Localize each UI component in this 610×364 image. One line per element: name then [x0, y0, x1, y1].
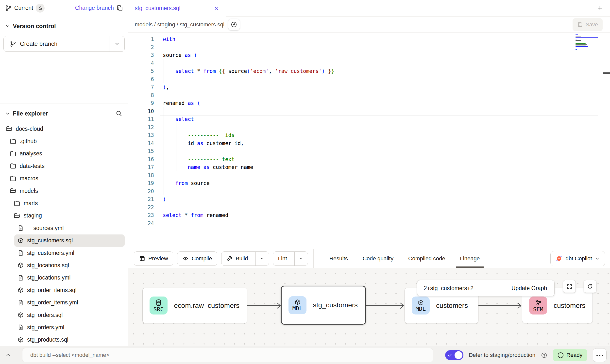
file-tree-item-stg-order-items-sql[interactable]: stg_order_items.sql	[14, 284, 125, 296]
lint-button[interactable]: Lint	[273, 251, 308, 266]
code-line-13[interactable]: 13 ---------- ids	[128, 131, 610, 139]
code-line-19[interactable]: 19 from source	[128, 179, 610, 187]
change-branch-link[interactable]: Change branch	[75, 5, 114, 11]
code-editor[interactable]: 1with23source as (45 select * from {{ so…	[128, 33, 610, 249]
refresh-button[interactable]	[584, 280, 596, 293]
line-number: 22	[128, 204, 163, 210]
copilot-trigger-button[interactable]	[228, 19, 240, 30]
copilot-label: dbt Copilot	[565, 255, 592, 262]
build-button[interactable]: Build	[221, 251, 269, 266]
fullscreen-button[interactable]	[563, 280, 576, 293]
file-tree-item-docs-cloud[interactable]: docs-cloud	[2, 123, 125, 135]
panel-tab-compiled-code[interactable]: Compiled code	[401, 249, 453, 268]
code-line-23[interactable]: 23select * from renamed	[128, 211, 610, 219]
command-input[interactable]: dbt build --select <model_name>	[22, 348, 433, 362]
line-text: select * from renamed	[163, 212, 228, 218]
line-number: 4	[128, 60, 163, 66]
build-dropdown[interactable]	[255, 252, 269, 265]
file-tree-item-stg-orders-sql[interactable]: stg_orders.sql	[14, 309, 125, 321]
preview-button[interactable]: Preview	[134, 251, 173, 266]
lineage-node-mdl-stg-customers[interactable]: MDLstg_customers	[281, 286, 366, 325]
file-tree-item--sources-yml[interactable]: __sources.yml	[14, 222, 125, 234]
code-line-21[interactable]: 21)	[128, 195, 610, 203]
defer-toggle[interactable]	[445, 350, 463, 360]
panel-tab-lineage[interactable]: Lineage	[453, 249, 487, 268]
panel-tab-results[interactable]: Results	[322, 249, 355, 268]
file-tree-item-stg-customers-yml[interactable]: stg_customers.yml	[14, 247, 125, 259]
create-branch-button[interactable]: Create branch	[3, 36, 125, 52]
code-line-4[interactable]: 4	[128, 59, 610, 67]
new-tab-icon[interactable]	[596, 4, 604, 12]
file-tree-item-marts[interactable]: marts	[10, 197, 125, 209]
chevron-down-icon	[260, 256, 265, 261]
code-line-12[interactable]: 12	[128, 123, 610, 132]
code-line-24[interactable]: 24	[128, 219, 610, 228]
lint-dropdown[interactable]	[294, 252, 308, 265]
node-type-badge: SEM	[529, 297, 547, 314]
file-tree-item-stg-locations-sql[interactable]: stg_locations.sql	[14, 259, 125, 271]
code-line-15[interactable]: 15	[128, 147, 610, 155]
line-number: 15	[128, 148, 163, 154]
lineage-selector-input[interactable]: 2+stg_customers+2	[417, 280, 504, 296]
code-line-7[interactable]: 7),	[128, 83, 610, 91]
close-icon[interactable]	[213, 5, 219, 11]
file-icon	[17, 324, 24, 331]
line-number: 11	[128, 116, 163, 122]
version-control-header[interactable]: Version control	[0, 16, 128, 30]
update-graph-button[interactable]: Update Graph	[504, 280, 554, 296]
tab-stg-customers-sql[interactable]: stg_customers.sql	[128, 0, 226, 17]
code-line-11[interactable]: 11 select	[128, 115, 610, 123]
folder-open-icon	[6, 125, 13, 132]
code-line-20[interactable]: 20	[128, 187, 610, 196]
file-tree-item-analyses[interactable]: analyses	[6, 148, 125, 160]
code-line-3[interactable]: 3source as (	[128, 51, 610, 59]
dbt-copilot-button[interactable]: dbt Copilot	[550, 251, 605, 266]
code-line-9[interactable]: 9renamed as (	[128, 99, 610, 107]
code-line-5[interactable]: 5 select * from {{ source('ecom', 'raw_c…	[128, 67, 610, 75]
code-line-22[interactable]: 22	[128, 203, 610, 212]
code-line-6[interactable]: 6	[128, 75, 610, 83]
file-tree-item-stg-order-items-yml[interactable]: stg_order_items.yml	[14, 296, 125, 309]
dbt-cloud-ide: Current Change branch Version control Cr…	[0, 0, 610, 364]
code-line-17[interactable]: 17 name as customer_name	[128, 163, 610, 171]
minimap[interactable]	[576, 34, 603, 52]
lineage-panel[interactable]: SRCecom.raw_customersMDLstg_customersMDL…	[128, 268, 610, 346]
file-tree-item-macros[interactable]: macros	[6, 172, 125, 185]
file-explorer-header[interactable]: File explorer	[0, 103, 128, 117]
file-tree-item-stg-orders-yml[interactable]: stg_orders.yml	[14, 321, 125, 333]
code-line-18[interactable]: 18	[128, 171, 610, 180]
lineage-node-src-ecom-raw-customers[interactable]: SRCecom.raw_customers	[142, 288, 247, 323]
code-line-10[interactable]: 10	[128, 107, 610, 116]
panel-tab-code-quality[interactable]: Code quality	[355, 249, 401, 268]
code-line-2[interactable]: 2	[128, 43, 610, 51]
git-branch-icon	[5, 5, 12, 12]
scrollbar-handle[interactable]	[603, 72, 610, 74]
file-tree-item-stg-locations-yml[interactable]: stg_locations.yml	[14, 272, 125, 284]
copy-icon[interactable]	[116, 5, 123, 12]
line-text: renamed as (	[163, 100, 200, 106]
help-icon[interactable]	[541, 352, 547, 359]
file-tree-item-models[interactable]: models	[6, 185, 125, 197]
code-line-16[interactable]: 16 ---------- text	[128, 155, 610, 164]
folder-open-icon	[14, 212, 20, 219]
create-branch-dropdown[interactable]	[109, 36, 124, 51]
file-tree-item-stg-products-sql[interactable]: stg_products.sql	[14, 334, 125, 346]
file-tree-item-stg-customers-sql[interactable]: stg_customers.sql	[14, 234, 125, 247]
code-line-1[interactable]: 1with	[128, 35, 610, 43]
code-line-14[interactable]: 14 id as customer_id,	[128, 139, 610, 148]
search-icon[interactable]	[115, 110, 123, 117]
compile-button[interactable]: Compile	[177, 251, 217, 266]
file-tree-item--github[interactable]: .github	[6, 135, 125, 147]
file-tree-item-staging[interactable]: staging	[10, 210, 125, 222]
file-tree-item-data-tests[interactable]: data-tests	[6, 160, 125, 172]
action-bar: Preview Compile Build Lint ResultsCode q…	[128, 249, 610, 268]
expand-history-icon[interactable]	[5, 352, 11, 358]
more-options-button[interactable]	[593, 348, 607, 362]
code-line-8[interactable]: 8	[128, 91, 610, 99]
ide-status-badge[interactable]: Ready	[553, 349, 587, 361]
save-button[interactable]: Save	[573, 18, 603, 31]
line-number: 21	[128, 196, 163, 202]
cube-icon	[17, 287, 24, 293]
lint-label: Lint	[278, 255, 287, 262]
compass-icon	[231, 21, 237, 28]
